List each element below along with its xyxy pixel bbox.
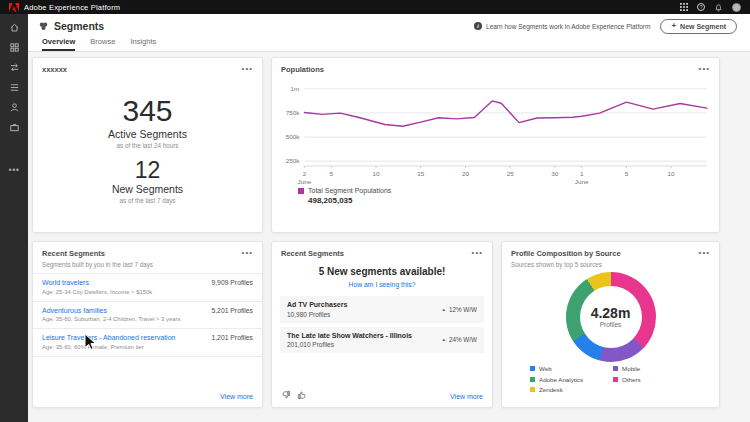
help-icon[interactable]: ? xyxy=(697,3,705,11)
info-icon: i xyxy=(474,22,482,30)
composition-subtitle: Sources shown by top 5 sources xyxy=(502,261,719,268)
segment-desc: Age: 35-60, 60% Female, Premium tier xyxy=(42,344,175,350)
recent-segments-card-menu-icon[interactable]: ••• xyxy=(242,249,253,256)
donut-center-label: Profiles xyxy=(600,321,622,328)
svg-text:500k: 500k xyxy=(286,133,301,140)
trend-up-icon: ▲ xyxy=(442,307,446,312)
composition-legend: Web Adobe Analytics Zendesk Mobile Other… xyxy=(502,365,719,400)
main-area: Segments i Learn how Segments work in Ad… xyxy=(28,14,750,422)
new-segments-value: 12 xyxy=(135,158,161,182)
suggested-segment-delta: 24% W/W xyxy=(449,336,477,343)
svg-text:5: 5 xyxy=(625,170,629,177)
legend-item: Others xyxy=(613,376,641,383)
profiles-icon[interactable] xyxy=(8,101,20,113)
top-app-bar: Adobe Experience Platform ? xyxy=(0,0,750,14)
apps-grid-icon[interactable] xyxy=(680,3,688,11)
suggestions-headline: 5 New segments available! xyxy=(272,266,492,277)
suggested-segment-delta: 12% W/W xyxy=(449,306,477,313)
populations-card: Populations ••• 250k500k750k1m2June51015… xyxy=(271,57,720,233)
svg-text:10: 10 xyxy=(668,170,676,177)
svg-text:250k: 250k xyxy=(286,157,301,164)
segment-profiles: 5,201 Profiles xyxy=(211,307,253,323)
suggested-segment-name: Ad TV Purchasers xyxy=(287,301,347,308)
segment-link[interactable]: Adventurous families xyxy=(42,307,180,314)
home-icon[interactable] xyxy=(8,21,20,33)
suggested-segment-profiles: 201,010 Profiles xyxy=(287,341,412,348)
learn-link[interactable]: i Learn how Segments work in Adobe Exper… xyxy=(474,22,650,30)
tab-insights[interactable]: Insights xyxy=(130,37,156,51)
segment-profiles: 1,201 Profiles xyxy=(211,334,253,350)
recent-view-more-link[interactable]: View more xyxy=(211,388,262,407)
svg-text:June: June xyxy=(575,178,589,185)
populations-card-menu-icon[interactable]: ••• xyxy=(699,65,710,72)
segment-row: World travelers Age: 25-34 City Dwellers… xyxy=(33,274,262,302)
composition-card-title: Profile Composition by Source xyxy=(511,249,621,258)
legend-swatch xyxy=(530,377,535,382)
legend-swatch xyxy=(530,366,535,371)
active-segments-sub: as of the last 24 hours xyxy=(117,142,179,149)
suggested-segments-card-menu-icon[interactable]: ••• xyxy=(472,249,483,256)
trend-up-icon: ▲ xyxy=(442,337,446,342)
user-avatar[interactable] xyxy=(732,3,741,12)
segment-row: Leisure Travellers - Abandoned reservati… xyxy=(33,329,262,357)
suggested-segment-name: The Late late Show Watchers - Illinois xyxy=(287,332,412,339)
populations-total-value: 498,205,035 xyxy=(308,196,713,205)
plus-icon: + xyxy=(671,23,676,29)
svg-text:1: 1 xyxy=(580,170,584,177)
adobe-logo-icon xyxy=(9,3,19,12)
segment-profiles: 9,909 Profiles xyxy=(211,279,253,295)
left-nav-rail: ••• xyxy=(0,14,28,422)
segment-desc: Age: 25-34 City Dwellers, Income > $150k xyxy=(42,289,152,295)
recent-segments-card-title: Recent Segments xyxy=(42,249,105,258)
metrics-card-menu-icon[interactable]: ••• xyxy=(242,65,253,72)
datasets-icon[interactable] xyxy=(8,81,20,93)
suggested-segment-row[interactable]: The Late late Show Watchers - Illinois 2… xyxy=(280,327,484,354)
populations-legend-swatch xyxy=(298,188,304,194)
donut-center-value: 4.28m xyxy=(591,306,631,321)
how-am-i-seeing-link[interactable]: How am I seeing this? xyxy=(272,281,492,288)
segment-link[interactable]: Leisure Travellers - Abandoned reservati… xyxy=(42,334,175,341)
recent-segments-card: Recent Segments ••• Segments built by yo… xyxy=(32,241,263,408)
svg-text:20: 20 xyxy=(462,170,470,177)
metrics-card-title: xxxxxx xyxy=(42,65,67,74)
legend-item: Zendesk xyxy=(530,386,583,393)
app-title: Adobe Experience Platform xyxy=(24,3,120,12)
page-header: Segments i Learn how Segments work in Ad… xyxy=(28,14,750,38)
legend-item: Mobile xyxy=(613,365,641,372)
new-segment-button[interactable]: + New Segment xyxy=(660,19,737,34)
sources-icon[interactable] xyxy=(8,61,20,73)
suggested-segments-card: Recent Segments ••• 5 New segments avail… xyxy=(271,241,493,408)
suggested-segment-row[interactable]: Ad TV Purchasers 10,980 Profiles ▲ 12% W… xyxy=(280,296,484,323)
composition-card-menu-icon[interactable]: ••• xyxy=(699,249,710,256)
tab-overview[interactable]: Overview xyxy=(42,37,75,51)
legend-swatch xyxy=(613,366,618,371)
segment-link[interactable]: World travelers xyxy=(42,279,152,286)
tab-browse[interactable]: Browse xyxy=(90,37,115,51)
collections-icon[interactable] xyxy=(8,41,20,53)
segments-icon xyxy=(38,21,49,32)
svg-text:15: 15 xyxy=(417,170,425,177)
suggested-segments-card-title: Recent Segments xyxy=(281,249,344,258)
suggestions-view-more-link[interactable]: View more xyxy=(450,393,483,400)
metrics-card: xxxxxx ••• 345 Active Segments as of the… xyxy=(32,57,263,233)
svg-text:25: 25 xyxy=(507,170,515,177)
populations-legend-label: Total Segment Populations xyxy=(308,187,391,194)
suggested-segment-profiles: 10,980 Profiles xyxy=(287,311,347,318)
monitoring-icon[interactable] xyxy=(8,121,20,133)
notifications-bell-icon[interactable] xyxy=(714,3,723,12)
profile-composition-card: Profile Composition by Source ••• Source… xyxy=(501,241,720,408)
recent-segments-subtitle: Segments built by you in the last 7 days xyxy=(33,261,262,274)
more-nav-icon[interactable]: ••• xyxy=(9,167,20,173)
legend-item: Adobe Analytics xyxy=(530,376,583,383)
donut-center: 4.28m Profiles xyxy=(580,286,642,348)
thumbs-up-icon[interactable] xyxy=(297,390,307,400)
active-segments-value: 345 xyxy=(122,95,172,127)
new-segments-sub: as of the last 7 days xyxy=(119,197,175,204)
thumbs-down-icon[interactable] xyxy=(281,390,291,400)
app-window: Adobe Experience Platform ? xyxy=(0,0,750,422)
segment-row: Adventurous families Age: 35-60, Suburba… xyxy=(33,302,262,330)
svg-text:1m: 1m xyxy=(291,85,300,92)
new-segments-label: New Segments xyxy=(112,183,183,195)
svg-text:5: 5 xyxy=(330,170,334,177)
legend-swatch xyxy=(613,377,618,382)
